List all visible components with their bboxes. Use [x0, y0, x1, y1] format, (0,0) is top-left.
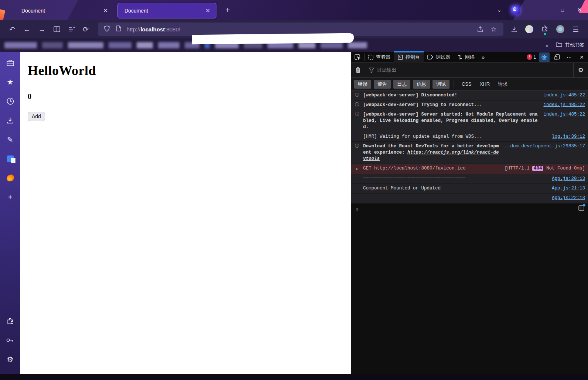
history-clock-icon[interactable]	[3, 94, 18, 109]
info-icon: ⓘ	[351, 112, 363, 118]
minimize-button[interactable]: –	[537, 3, 554, 17]
filter-funnel-icon	[369, 68, 374, 73]
tab-close-icon[interactable]: ✕	[203, 7, 212, 15]
source-location-link[interactable]: …-dom.development.js:29835:17	[505, 143, 585, 150]
reading-list-icon[interactable]	[68, 27, 75, 32]
info-icon: ⓘ	[351, 102, 363, 108]
url-path: :8080/	[165, 26, 180, 32]
addons-puzzle-icon[interactable]	[3, 314, 18, 328]
tab-document-1[interactable]: Document ✕	[15, 3, 114, 18]
filter-xhr-button[interactable]: XHR	[480, 81, 490, 87]
console-row: [HMR] Waiting for update signal from WDS…	[351, 132, 588, 142]
filter-css-button[interactable]: CSS	[462, 81, 472, 87]
devtools-menu-icon[interactable]: ⋯	[563, 52, 575, 63]
more-tabs-icon[interactable]: »	[478, 52, 487, 63]
filter-warnings-button[interactable]: 警告	[374, 80, 391, 89]
page-heading: HelloWorld	[28, 63, 351, 78]
devtools-tab-inspector[interactable]: 查看器	[365, 52, 394, 63]
folder-icon	[556, 42, 562, 48]
redaction-smear	[192, 33, 354, 45]
split-console-icon[interactable]	[578, 205, 584, 212]
console-filter-buttons: 错误 警告 日志 信息 调试 CSS XHR 请求	[351, 78, 588, 91]
list-all-tabs-icon[interactable]: ⌄	[497, 7, 502, 13]
maximize-button[interactable]: □	[554, 3, 571, 17]
sidebar-toggle-icon[interactable]	[54, 26, 60, 32]
error-count-badge[interactable]: ! 1	[527, 54, 536, 60]
translate-extension-icon[interactable]	[3, 151, 18, 166]
console-row: ▶GET http://localhost:8080/favicon.ico[H…	[351, 164, 588, 174]
url-display[interactable]: http://localhost:8080/	[127, 26, 474, 32]
console-message-text: =====================================	[363, 176, 548, 182]
settings-gear-icon[interactable]: ⚙	[3, 352, 18, 367]
filter-errors-button[interactable]: 错误	[354, 80, 371, 89]
divider	[454, 81, 454, 88]
bookmark-star-icon[interactable]: ☆	[490, 26, 497, 33]
source-location-link[interactable]: App.js:20:13	[552, 176, 585, 182]
account-avatar[interactable]	[525, 25, 533, 33]
tab-label: 网络	[465, 54, 475, 61]
console-empty-area	[351, 214, 588, 374]
bookmarks-overflow-icon[interactable]: »	[546, 42, 548, 48]
url-scheme: http://	[127, 26, 141, 32]
downloads-icon[interactable]	[511, 26, 517, 32]
new-tab-button[interactable]: +	[222, 5, 234, 15]
filter-info-button[interactable]: 信息	[413, 80, 430, 89]
undo-arrow-icon[interactable]: ↶	[9, 26, 15, 33]
filter-debug-button[interactable]: 调试	[433, 80, 449, 89]
filter-output-input[interactable]	[377, 67, 488, 73]
pick-element-icon[interactable]	[351, 52, 364, 63]
message-inline-link[interactable]: https://reactjs.org/link/react-devtools	[363, 150, 499, 161]
source-location-link[interactable]: App.js:22:13	[552, 195, 585, 201]
tab-close-icon[interactable]: ✕	[101, 7, 110, 15]
react-devtools-icon[interactable]	[539, 52, 550, 62]
bookmarks-star-icon[interactable]: ★	[3, 75, 18, 89]
request-url-link[interactable]: http://localhost:8080/favicon.ico	[374, 166, 466, 171]
menu-hamburger-icon[interactable]: ☰	[572, 26, 579, 33]
expand-triangle-icon[interactable]: ▶	[351, 165, 363, 172]
extensions-icon[interactable]	[541, 25, 548, 33]
tab-document-2-active[interactable]: Document ✕	[117, 3, 216, 18]
source-location-link[interactable]: index.js:485:22	[543, 92, 585, 99]
filter-requests-button[interactable]: 请求	[498, 81, 507, 88]
add-shortcut-icon[interactable]: +	[3, 190, 18, 205]
devtools-tab-debugger[interactable]: 调试器	[424, 52, 454, 63]
toolbox-icon[interactable]	[3, 55, 18, 70]
downloads-tray-icon[interactable]	[3, 113, 18, 128]
passwords-key-icon[interactable]	[3, 333, 18, 348]
source-location-link[interactable]: index.js:485:22	[543, 102, 585, 108]
console-message-text: =====================================	[363, 195, 548, 201]
other-bookmarks-label[interactable]: 其他书签	[565, 42, 584, 48]
console-settings-gear-icon[interactable]: ⚙	[573, 63, 588, 77]
title-bar: Document ✕ Document ✕ + ⌄ – □ ✕	[0, 0, 588, 20]
bottom-edge	[0, 374, 588, 380]
back-icon[interactable]: ←	[23, 26, 30, 33]
source-location-link[interactable]: index.js:485:22	[543, 112, 585, 118]
add-button[interactable]: Add	[28, 112, 45, 121]
source-location-link[interactable]: App.js:21:13	[552, 185, 585, 192]
edit-pencil-icon[interactable]: ✎	[3, 132, 18, 147]
tab-label: 控制台	[406, 54, 420, 61]
console-prompt-icon[interactable]: »	[356, 206, 578, 212]
console-input-row[interactable]: »	[351, 203, 588, 214]
firefox-extension-icon[interactable]	[3, 171, 18, 185]
console-message-list: ⓘ[webpack-dev-server] Disconnected!index…	[351, 91, 588, 203]
console-row: ⓘ[webpack-dev-server] Trying to reconnec…	[351, 100, 588, 110]
profile-avatar[interactable]	[556, 25, 564, 33]
filter-logs-button[interactable]: 日志	[393, 80, 410, 89]
forward-icon[interactable]: →	[38, 26, 45, 33]
clear-console-trash-icon[interactable]	[351, 63, 365, 77]
console-message-text: Download the React DevTools for a better…	[363, 143, 501, 162]
devtools-tab-console[interactable]: 控制台	[394, 52, 424, 63]
reload-icon[interactable]: ⟳	[83, 26, 89, 33]
source-location-link[interactable]: log.js:39:12	[552, 134, 585, 140]
close-window-button[interactable]: ✕	[571, 3, 588, 17]
responsive-design-icon[interactable]	[551, 52, 563, 63]
devtools-close-icon[interactable]: ✕	[575, 52, 588, 63]
status-code-badge: 404	[532, 166, 544, 171]
page-info-icon[interactable]	[116, 25, 121, 33]
devtools-tab-network[interactable]: 网络	[454, 52, 478, 63]
devtools-toolbar: 查看器 控制台 调试器 网络 » ! 1	[351, 52, 588, 63]
tracking-protection-shield-icon[interactable]	[104, 25, 110, 33]
notification-dot	[583, 204, 585, 206]
share-icon[interactable]	[477, 26, 483, 32]
